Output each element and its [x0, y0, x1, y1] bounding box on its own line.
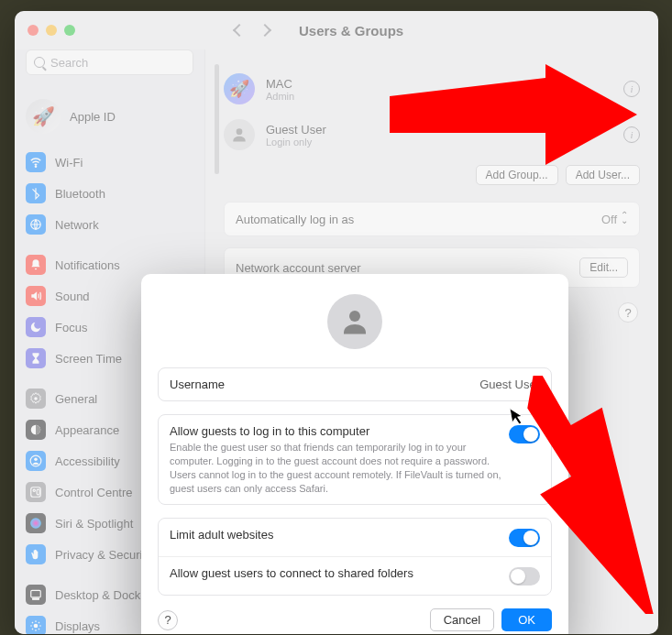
username-label: Username — [170, 378, 225, 391]
appearance-icon — [26, 420, 46, 440]
dock-icon — [26, 585, 46, 605]
svg-line-18 — [39, 629, 39, 630]
sidebar-item-label: General — [55, 392, 97, 406]
close-window-button[interactable] — [28, 25, 39, 36]
sidebar-item-label: Privacy & Security — [55, 548, 151, 562]
shared-folders-row: Allow guest users to connect to shared f… — [159, 556, 551, 595]
svg-rect-8 — [37, 489, 39, 495]
guest-avatar-icon — [327, 294, 382, 349]
sidebar-item-label: Control Centre — [55, 486, 133, 499]
nav-arrows — [235, 26, 270, 35]
svg-point-5 — [34, 458, 38, 462]
cancel-button[interactable]: Cancel — [430, 608, 494, 631]
svg-point-12 — [34, 624, 39, 629]
display-icon — [26, 616, 46, 634]
hand-icon — [26, 544, 46, 564]
hourglass-icon — [26, 348, 46, 368]
sidebar-item-label: Accessibility — [55, 454, 120, 468]
guest-user-sheet: Username Guest User Allow guests to log … — [141, 274, 568, 634]
search-input[interactable]: Search — [26, 49, 193, 75]
chevron-updown-icon — [621, 212, 628, 223]
window-controls — [28, 25, 75, 36]
svg-line-17 — [32, 622, 33, 623]
svg-marker-26 — [390, 64, 637, 165]
siri-icon — [26, 513, 46, 533]
modal-help-button[interactable]: ? — [158, 610, 178, 630]
sidebar-item-network[interactable]: Network — [22, 209, 197, 240]
help-button[interactable]: ? — [618, 302, 638, 323]
sidebar-item-label: Appearance — [55, 423, 119, 437]
auto-login-label: Automatically log in as — [236, 213, 354, 226]
svg-rect-11 — [33, 598, 39, 599]
globe-icon — [26, 214, 46, 235]
fullscreen-window-button[interactable] — [64, 25, 75, 36]
shared-folders-title: Allow guest users to connect to shared f… — [170, 566, 413, 580]
search-icon — [34, 57, 45, 68]
sound-icon — [26, 286, 46, 306]
svg-point-0 — [35, 166, 36, 167]
bell-icon — [26, 255, 46, 275]
edit-network-account-button[interactable]: Edit... — [579, 257, 628, 278]
sidebar-item-label: Apple ID — [70, 110, 116, 124]
auto-login-value: Off — [601, 213, 617, 226]
auto-login-row[interactable]: Automatically log in as Off — [224, 202, 640, 236]
user-avatar-icon: 🚀 — [224, 73, 255, 104]
sidebar-item-label: Screen Time — [55, 352, 122, 366]
sidebar-item-label: Wi-Fi — [55, 156, 83, 170]
svg-point-24 — [237, 128, 243, 135]
svg-line-19 — [39, 622, 39, 623]
forward-button[interactable] — [259, 24, 271, 37]
svg-rect-10 — [31, 590, 41, 597]
sidebar-item-label: Sound — [55, 290, 90, 303]
username-row: Username Guest User — [159, 368, 551, 400]
network-account-label: Network account server — [236, 261, 361, 275]
annotation-arrow — [513, 376, 672, 614]
limit-adult-row: Limit adult websites — [159, 519, 551, 556]
gear-icon — [26, 389, 46, 409]
add-user-button[interactable]: Add User... — [566, 165, 640, 185]
sidebar-item-label: Desktop & Dock — [55, 588, 140, 602]
sidebar-item-label: Siri & Spotlight — [55, 517, 133, 531]
sidebar-item-bluetooth[interactable]: Bluetooth — [22, 178, 197, 209]
sidebar-item-wi-fi[interactable]: Wi-Fi — [22, 147, 197, 178]
sidebar-item-appleid[interactable]: 🚀Apple ID — [22, 90, 197, 147]
back-button[interactable] — [233, 24, 246, 37]
cc-icon — [26, 482, 46, 502]
sidebar-item-label: Bluetooth — [55, 187, 105, 201]
add-group-button[interactable]: Add Group... — [476, 165, 558, 185]
annotation-arrow — [390, 64, 637, 165]
sidebar-item-label: Displays — [55, 619, 100, 633]
allow-guests-row: Allow guests to log in to this computer … — [159, 415, 551, 504]
svg-point-2 — [34, 397, 38, 400]
svg-point-25 — [349, 311, 360, 322]
minimize-window-button[interactable] — [46, 25, 57, 36]
user-avatar-icon — [224, 119, 255, 150]
allow-guests-title: Allow guests to log in to this computer — [170, 424, 509, 438]
svg-point-7 — [33, 489, 35, 491]
limit-adult-title: Limit adult websites — [170, 528, 273, 542]
bt-icon — [26, 183, 46, 203]
svg-marker-27 — [513, 376, 672, 614]
sidebar-item-label: Focus — [55, 321, 87, 334]
sidebar-item-label: Notifications — [55, 258, 120, 272]
page-title: Users & Groups — [299, 23, 403, 38]
appleid-avatar-icon: 🚀 — [26, 99, 61, 134]
allow-guests-description: Enable the guest user so that friends ca… — [170, 441, 509, 495]
sidebar-scrollbar[interactable] — [215, 64, 219, 174]
search-placeholder: Search — [50, 56, 88, 70]
person-icon — [26, 451, 46, 471]
sidebar-item-label: Network — [55, 218, 99, 232]
svg-point-9 — [30, 518, 41, 529]
wifi-icon — [26, 152, 46, 172]
svg-line-20 — [32, 629, 33, 630]
titlebar: Users & Groups — [15, 11, 658, 49]
moon-icon — [26, 317, 46, 337]
